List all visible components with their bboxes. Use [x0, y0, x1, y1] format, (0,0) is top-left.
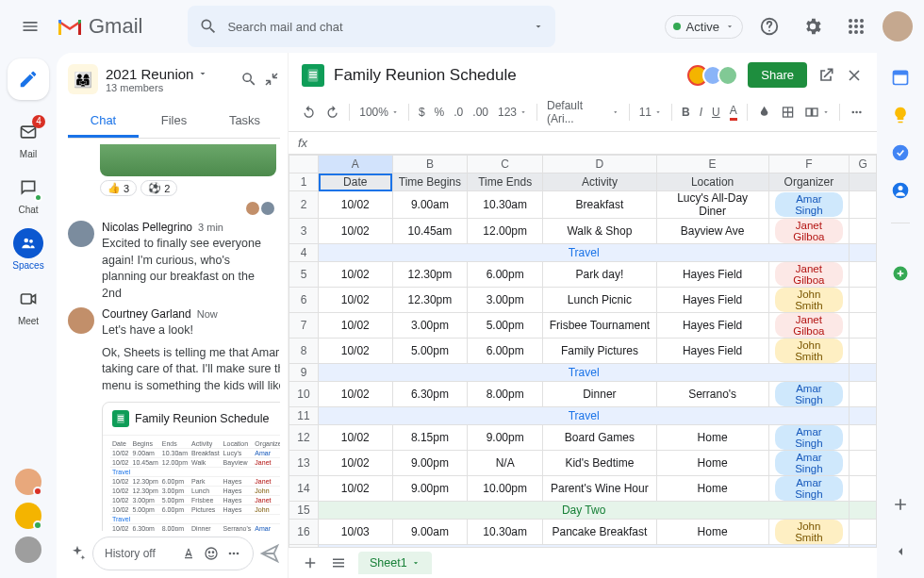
message-text: Ok, Sheets is telling me that Amar is ta… [102, 345, 280, 395]
fill-color-icon[interactable] [757, 105, 771, 120]
col-header[interactable]: B [392, 156, 468, 173]
col-header[interactable]: C [468, 156, 543, 173]
add-panel-button[interactable] [891, 495, 910, 514]
svg-point-39 [859, 111, 862, 114]
keep-app-icon[interactable] [891, 106, 910, 124]
more-toolbar-icon[interactable] [850, 105, 864, 120]
svg-rect-36 [813, 108, 817, 116]
collapse-panel-button[interactable] [893, 544, 908, 559]
svg-rect-31 [309, 72, 317, 73]
space-tabs: Chat Files Tasks [68, 106, 280, 139]
format-icon[interactable] [181, 546, 196, 561]
search-placeholder: Search mail and chat [227, 20, 342, 34]
currency-button[interactable]: $ [419, 106, 425, 119]
tab-files[interactable]: Files [139, 106, 209, 138]
sheet-tab[interactable]: Sheet1 [358, 552, 432, 574]
format-select[interactable]: 123 [498, 106, 527, 119]
chevron-down-icon[interactable] [197, 68, 208, 79]
rail-mail[interactable]: 4 Mail [2, 111, 55, 165]
sheets-embed-card[interactable]: Family Reunion Schedule DateBeginsEndsAc… [102, 402, 280, 531]
search-in-space-icon[interactable] [240, 71, 257, 88]
fontsize-select[interactable]: 11 [639, 106, 662, 119]
col-header[interactable]: F [768, 156, 850, 173]
more-icon[interactable] [226, 546, 241, 561]
shared-image[interactable] [100, 144, 276, 176]
formula-bar[interactable]: fx [289, 132, 877, 155]
all-sheets-icon[interactable] [330, 554, 347, 571]
message-text: Excited to finally see everyone again! I… [102, 236, 276, 302]
rail-meet[interactable]: Meet [2, 278, 55, 332]
right-rail [877, 53, 924, 578]
message-avatar [68, 221, 94, 247]
smart-compose-icon[interactable] [68, 544, 87, 563]
contact-avatar-1[interactable] [15, 469, 41, 495]
col-header[interactable]: G [850, 156, 877, 173]
menu-button[interactable] [11, 8, 49, 45]
gmail-logo[interactable]: Gmail [57, 14, 142, 39]
contact-avatar-2[interactable] [15, 503, 41, 529]
svg-rect-35 [806, 108, 811, 116]
bold-button[interactable]: B [682, 106, 690, 119]
sheet-panel: Family Reunion Schedule Share 100% [289, 53, 877, 578]
contacts-app-icon[interactable] [891, 181, 910, 200]
col-header[interactable]: E [656, 156, 768, 173]
settings-button[interactable] [796, 9, 830, 43]
redo-icon[interactable] [325, 105, 339, 120]
reaction-thumbs-up[interactable]: 👍3 [100, 180, 137, 196]
status-pill[interactable]: Active [665, 15, 743, 39]
collapse-icon[interactable] [263, 71, 280, 88]
rail-spaces[interactable]: Spaces [2, 223, 55, 276]
calendar-app-icon[interactable] [891, 68, 910, 87]
dec-button[interactable]: .0 [454, 106, 463, 119]
send-icon[interactable] [259, 543, 280, 564]
svg-point-5 [854, 25, 858, 28]
spreadsheet-grid[interactable]: A B C D E F G 1 DateTime BeginsTime Ends… [289, 155, 877, 547]
col-header[interactable]: D [543, 156, 657, 173]
col-header[interactable]: A [319, 156, 393, 173]
svg-point-3 [860, 19, 864, 23]
tasks-app-icon[interactable] [891, 143, 910, 162]
emoji-icon[interactable] [204, 546, 219, 561]
undo-icon[interactable] [302, 105, 316, 120]
reaction-soccer[interactable]: ⚽2 [140, 180, 177, 196]
app-header: Gmail Search mail and chat Active [0, 0, 924, 53]
addons-app-icon[interactable] [891, 264, 910, 283]
svg-point-4 [849, 25, 852, 28]
help-button[interactable] [752, 9, 786, 43]
sheet-title[interactable]: Family Reunion Schedule [334, 66, 517, 85]
svg-point-24 [206, 548, 217, 559]
percent-button[interactable]: % [435, 106, 445, 119]
text-color-button[interactable]: A [730, 104, 737, 121]
underline-button[interactable]: U [712, 106, 720, 119]
apps-button[interactable] [839, 9, 873, 43]
tab-chat[interactable]: Chat [68, 106, 139, 138]
gear-icon [802, 16, 823, 37]
meet-icon [19, 289, 38, 308]
tab-tasks[interactable]: Tasks [209, 106, 280, 138]
account-avatar[interactable] [883, 11, 913, 41]
add-sheet-icon[interactable] [302, 554, 319, 571]
space-members: 13 members [106, 82, 208, 93]
zoom-select[interactable]: 100% [359, 106, 399, 119]
space-title: 2021 Reunion [106, 66, 193, 82]
search-options-icon[interactable] [533, 21, 544, 32]
message-avatar [68, 307, 94, 334]
message-input[interactable]: History off [92, 537, 254, 570]
svg-point-8 [854, 30, 858, 34]
italic-button[interactable]: I [700, 106, 702, 119]
collaborator-avatars[interactable] [693, 65, 738, 86]
space-avatar: 👨‍👩‍👧 [68, 64, 98, 94]
font-select[interactable]: Default (Ari... [547, 99, 619, 125]
search-bar[interactable]: Search mail and chat [188, 6, 555, 47]
dec2-button[interactable]: .00 [472, 106, 488, 119]
borders-icon[interactable] [781, 105, 795, 120]
share-button[interactable]: Share [748, 62, 807, 88]
compose-button[interactable] [8, 58, 49, 100]
contact-avatar-3[interactable] [15, 537, 41, 563]
merge-button[interactable] [804, 105, 830, 120]
svg-point-11 [25, 239, 29, 243]
rail-chat[interactable]: Chat [2, 167, 55, 221]
left-rail: 4 Mail Chat Spaces Meet [0, 53, 57, 578]
close-icon[interactable] [845, 66, 864, 85]
open-external-icon[interactable] [817, 66, 835, 85]
